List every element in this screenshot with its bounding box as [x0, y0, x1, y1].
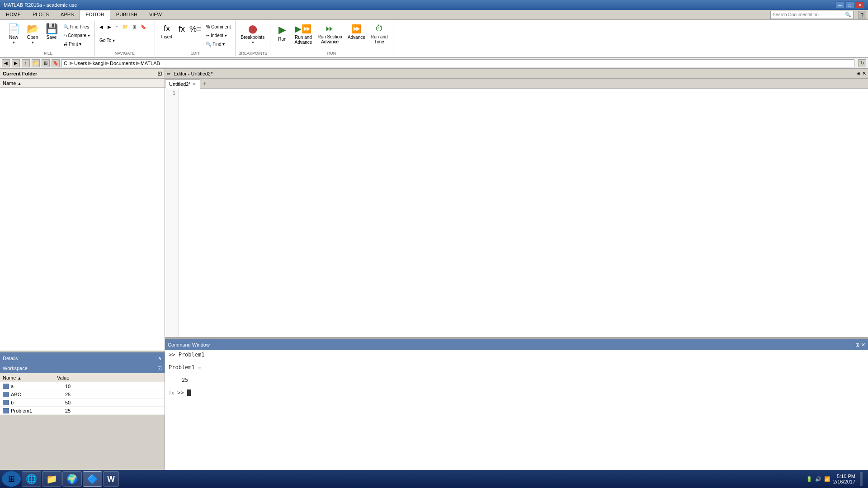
search-input[interactable]	[773, 12, 845, 17]
ws-abc-name: ABC	[11, 392, 65, 397]
help-icon[interactable]: ?	[858, 11, 866, 19]
path-kangi: kangi	[93, 61, 104, 66]
details-collapse-icon[interactable]: ∧	[158, 355, 162, 361]
addr-back-button[interactable]: ◀	[2, 59, 10, 67]
taskbar-ie[interactable]: 🌐	[22, 471, 41, 487]
cmd-active-prompt: fx >>	[169, 389, 864, 396]
editor-close-icon[interactable]: ✕	[862, 70, 866, 76]
save-label: Save	[47, 35, 57, 40]
ws-row-a[interactable]: a 10	[0, 382, 165, 390]
run-label: Run	[278, 37, 286, 42]
folder-table-header: Name ▲	[0, 79, 165, 88]
print-button[interactable]: 🖨Print ▾	[61, 40, 92, 48]
tab-home[interactable]: HOME	[0, 10, 27, 19]
back-button[interactable]: ◀	[98, 23, 105, 31]
comment-button[interactable]: % Comment	[204, 23, 232, 31]
workspace-expand-icon[interactable]: ⊡	[157, 365, 162, 371]
cmd-blank-3	[169, 383, 864, 389]
tab-view[interactable]: VIEW	[143, 10, 168, 19]
find-files-button[interactable]: 🔍Find Files	[61, 23, 92, 31]
workspace-header: Workspace ⊡	[0, 363, 165, 373]
code-editor[interactable]	[179, 89, 868, 337]
fx-button[interactable]: fx	[177, 23, 187, 36]
close-button[interactable]: ✕	[855, 1, 864, 9]
left-split: Current Folder ⊡ Name ▲ Details ∧	[0, 69, 165, 470]
tab-plots[interactable]: PLOTS	[27, 10, 55, 19]
taskbar-right: 🔋 🔊 📶 5:10 PM 2/16/2017	[806, 472, 866, 486]
browse-button[interactable]: 📁	[121, 23, 130, 31]
file-explorer-icon: 📁	[46, 474, 57, 484]
addr-grid-button[interactable]: ⊞	[42, 59, 50, 67]
run-section-advance-button[interactable]: ⏭ Run SectionAdvance	[315, 23, 344, 48]
battery-icon: 🔋	[806, 476, 812, 482]
addr-refresh-button[interactable]: ↻	[858, 59, 866, 67]
section-button[interactable]: %=	[188, 23, 203, 36]
ribbon-tabs: HOME PLOTS APPS EDITOR PUBLISH VIEW 🔍 ?	[0, 10, 868, 20]
bookmark-button[interactable]: 🔖	[139, 23, 148, 31]
ws-row-problem1[interactable]: Problem1 25	[0, 407, 165, 415]
fx-prompt-icon: fx	[169, 390, 174, 395]
command-content[interactable]: >> Problem1 Problem1 = 25 fx >>	[165, 350, 868, 470]
compare-button[interactable]: ⇆Compare ▾	[61, 31, 92, 39]
maximize-button[interactable]: □	[845, 1, 854, 9]
nav-grid-button[interactable]: ⊞	[131, 23, 138, 31]
title-bar: MATLAB R2016a - academic use — □ ✕	[0, 0, 868, 10]
taskbar-file-explorer[interactable]: 📁	[42, 471, 61, 487]
advance-button[interactable]: ⏩ Advance	[345, 23, 368, 48]
taskbar-matlab[interactable]: 🔷	[83, 471, 102, 487]
goto-button[interactable]: Go To ▾	[98, 36, 117, 44]
taskbar-word[interactable]: W	[103, 471, 119, 487]
path-display[interactable]: C: ▶ Users ▶ kangi ▶ Documents ▶ MATLAB	[61, 59, 854, 67]
save-button[interactable]: 💾 Save	[42, 23, 61, 48]
breakpoints-button[interactable]: ⬤ Breakpoints ▼	[238, 23, 267, 48]
taskbar-chrome[interactable]: 🌍	[62, 471, 82, 487]
run-icon: ▶	[278, 24, 286, 36]
indent-button[interactable]: ⇥ Indent ▾	[204, 31, 232, 39]
file-group: 📄 New ▼ 📂 Open ▼ 💾 Save 🔍Find Files ⇆Com…	[2, 21, 95, 56]
editor-content: 1	[165, 89, 868, 337]
breakpoints-buttons: ⬤ Breakpoints ▼	[238, 22, 267, 50]
ws-row-b[interactable]: b 50	[0, 399, 165, 407]
command-header-controls: ⊞ ✕	[855, 342, 865, 348]
window-controls[interactable]: — □ ✕	[835, 1, 864, 9]
ws-a-icon	[3, 384, 9, 389]
open-button[interactable]: 📂 Open ▼	[24, 23, 42, 48]
workspace-content: a 10 ABC 25 b 50	[0, 382, 165, 415]
new-button[interactable]: 📄 New ▼	[5, 23, 23, 48]
path-sep3: ▶	[105, 60, 109, 66]
folder-expand-icon[interactable]: ⊡	[157, 70, 162, 77]
run-advance-button[interactable]: ▶⏩ Run andAdvance	[292, 23, 314, 48]
tab-editor[interactable]: EDITOR	[80, 10, 110, 20]
ws-row-abc[interactable]: ABC 25	[0, 390, 165, 399]
addr-browse-button[interactable]: 📁	[32, 59, 40, 67]
tab-publish[interactable]: PUBLISH	[110, 10, 143, 19]
editor-undock-icon[interactable]: ⊞	[856, 70, 860, 76]
path-c: C:	[64, 61, 69, 66]
run-button[interactable]: ▶ Run	[273, 23, 291, 48]
cmd-close-icon[interactable]: ✕	[861, 342, 865, 348]
details-header: Details ∧	[0, 353, 165, 363]
tab-apps[interactable]: APPS	[55, 10, 80, 19]
minimize-button[interactable]: —	[835, 1, 844, 9]
add-tab-button[interactable]: +	[200, 79, 209, 88]
forward-button[interactable]: ▶	[106, 23, 113, 31]
run-time-button[interactable]: ⏱ Run andTime	[368, 23, 390, 48]
addr-bookmark-button[interactable]: 🔖	[52, 59, 60, 67]
window-title: MATLAB R2016a - academic use	[4, 2, 77, 8]
insert-button[interactable]: fx Insert	[158, 23, 176, 48]
clock-display[interactable]: 5:10 PM 2/16/2017	[833, 474, 855, 484]
find-button[interactable]: 🔍 Find ▾	[204, 40, 232, 48]
addr-up-button[interactable]: ↑	[22, 59, 30, 67]
tab-close-icon[interactable]: ✕	[193, 82, 196, 86]
start-button[interactable]: ⊞	[2, 471, 21, 487]
search-icon[interactable]: 🔍	[845, 12, 851, 18]
run-section-label: Run SectionAdvance	[317, 34, 342, 44]
show-desktop-button[interactable]	[860, 472, 863, 486]
editor-title-text: Editor - Untitled2*	[174, 71, 212, 76]
editor-tab-untitled2[interactable]: Untitled2* ✕	[165, 80, 200, 89]
advance-label: Advance	[348, 35, 365, 40]
up-button[interactable]: ↑	[114, 23, 120, 31]
cmd-undock-icon[interactable]: ⊞	[855, 342, 859, 348]
addr-forward-button[interactable]: ▶	[12, 59, 20, 67]
ws-sort-arrow: ▲	[17, 376, 21, 380]
